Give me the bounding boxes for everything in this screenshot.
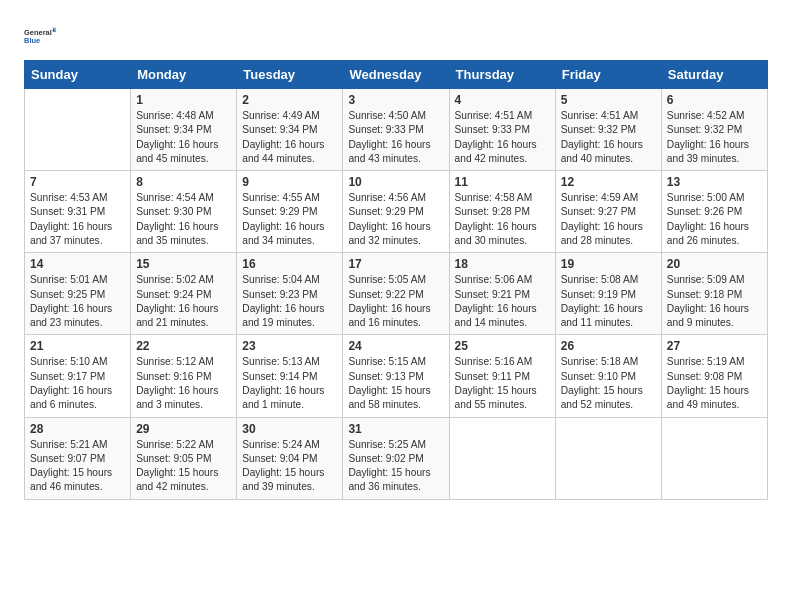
- day-number: 18: [455, 257, 550, 271]
- day-number: 5: [561, 93, 656, 107]
- day-info: Sunrise: 5:00 AMSunset: 9:26 PMDaylight:…: [667, 191, 762, 248]
- day-number: 27: [667, 339, 762, 353]
- calendar-cell: 26Sunrise: 5:18 AMSunset: 9:10 PMDayligh…: [555, 335, 661, 417]
- calendar-cell: 16Sunrise: 5:04 AMSunset: 9:23 PMDayligh…: [237, 253, 343, 335]
- svg-text:Blue: Blue: [24, 36, 40, 45]
- day-number: 9: [242, 175, 337, 189]
- day-number: 7: [30, 175, 125, 189]
- calendar-cell: 8Sunrise: 4:54 AMSunset: 9:30 PMDaylight…: [131, 171, 237, 253]
- day-number: 12: [561, 175, 656, 189]
- day-info: Sunrise: 5:04 AMSunset: 9:23 PMDaylight:…: [242, 273, 337, 330]
- day-info: Sunrise: 4:51 AMSunset: 9:33 PMDaylight:…: [455, 109, 550, 166]
- day-info: Sunrise: 4:53 AMSunset: 9:31 PMDaylight:…: [30, 191, 125, 248]
- logo: General Blue: [24, 20, 56, 52]
- day-number: 26: [561, 339, 656, 353]
- calendar-cell: 29Sunrise: 5:22 AMSunset: 9:05 PMDayligh…: [131, 417, 237, 499]
- calendar-cell: 9Sunrise: 4:55 AMSunset: 9:29 PMDaylight…: [237, 171, 343, 253]
- day-info: Sunrise: 4:55 AMSunset: 9:29 PMDaylight:…: [242, 191, 337, 248]
- calendar-cell: 23Sunrise: 5:13 AMSunset: 9:14 PMDayligh…: [237, 335, 343, 417]
- day-number: 13: [667, 175, 762, 189]
- weekday-header-monday: Monday: [131, 61, 237, 89]
- weekday-header-friday: Friday: [555, 61, 661, 89]
- calendar-cell: 6Sunrise: 4:52 AMSunset: 9:32 PMDaylight…: [661, 89, 767, 171]
- day-number: 25: [455, 339, 550, 353]
- day-number: 28: [30, 422, 125, 436]
- calendar-week-row: 28Sunrise: 5:21 AMSunset: 9:07 PMDayligh…: [25, 417, 768, 499]
- calendar-cell: 31Sunrise: 5:25 AMSunset: 9:02 PMDayligh…: [343, 417, 449, 499]
- svg-text:General: General: [24, 28, 52, 37]
- day-number: 20: [667, 257, 762, 271]
- day-info: Sunrise: 5:19 AMSunset: 9:08 PMDaylight:…: [667, 355, 762, 412]
- day-info: Sunrise: 4:52 AMSunset: 9:32 PMDaylight:…: [667, 109, 762, 166]
- day-number: 31: [348, 422, 443, 436]
- day-number: 21: [30, 339, 125, 353]
- day-number: 29: [136, 422, 231, 436]
- calendar-cell: 2Sunrise: 4:49 AMSunset: 9:34 PMDaylight…: [237, 89, 343, 171]
- day-number: 2: [242, 93, 337, 107]
- calendar-cell: 11Sunrise: 4:58 AMSunset: 9:28 PMDayligh…: [449, 171, 555, 253]
- weekday-header-row: SundayMondayTuesdayWednesdayThursdayFrid…: [25, 61, 768, 89]
- day-number: 11: [455, 175, 550, 189]
- day-info: Sunrise: 4:50 AMSunset: 9:33 PMDaylight:…: [348, 109, 443, 166]
- weekday-header-saturday: Saturday: [661, 61, 767, 89]
- day-info: Sunrise: 4:48 AMSunset: 9:34 PMDaylight:…: [136, 109, 231, 166]
- day-number: 23: [242, 339, 337, 353]
- calendar-cell: 20Sunrise: 5:09 AMSunset: 9:18 PMDayligh…: [661, 253, 767, 335]
- day-number: 4: [455, 93, 550, 107]
- day-info: Sunrise: 5:18 AMSunset: 9:10 PMDaylight:…: [561, 355, 656, 412]
- day-number: 22: [136, 339, 231, 353]
- calendar-cell: 24Sunrise: 5:15 AMSunset: 9:13 PMDayligh…: [343, 335, 449, 417]
- page-header: General Blue: [24, 20, 768, 52]
- day-number: 16: [242, 257, 337, 271]
- calendar-cell: 19Sunrise: 5:08 AMSunset: 9:19 PMDayligh…: [555, 253, 661, 335]
- day-info: Sunrise: 5:21 AMSunset: 9:07 PMDaylight:…: [30, 438, 125, 495]
- weekday-header-sunday: Sunday: [25, 61, 131, 89]
- day-info: Sunrise: 4:49 AMSunset: 9:34 PMDaylight:…: [242, 109, 337, 166]
- day-number: 30: [242, 422, 337, 436]
- day-info: Sunrise: 5:02 AMSunset: 9:24 PMDaylight:…: [136, 273, 231, 330]
- calendar-cell: 3Sunrise: 4:50 AMSunset: 9:33 PMDaylight…: [343, 89, 449, 171]
- day-number: 8: [136, 175, 231, 189]
- calendar-week-row: 14Sunrise: 5:01 AMSunset: 9:25 PMDayligh…: [25, 253, 768, 335]
- day-info: Sunrise: 5:09 AMSunset: 9:18 PMDaylight:…: [667, 273, 762, 330]
- calendar-cell: 30Sunrise: 5:24 AMSunset: 9:04 PMDayligh…: [237, 417, 343, 499]
- weekday-header-tuesday: Tuesday: [237, 61, 343, 89]
- day-info: Sunrise: 5:24 AMSunset: 9:04 PMDaylight:…: [242, 438, 337, 495]
- calendar-cell: 1Sunrise: 4:48 AMSunset: 9:34 PMDaylight…: [131, 89, 237, 171]
- calendar-cell: 18Sunrise: 5:06 AMSunset: 9:21 PMDayligh…: [449, 253, 555, 335]
- day-number: 24: [348, 339, 443, 353]
- day-info: Sunrise: 5:06 AMSunset: 9:21 PMDaylight:…: [455, 273, 550, 330]
- day-number: 19: [561, 257, 656, 271]
- calendar-week-row: 21Sunrise: 5:10 AMSunset: 9:17 PMDayligh…: [25, 335, 768, 417]
- weekday-header-wednesday: Wednesday: [343, 61, 449, 89]
- day-info: Sunrise: 4:56 AMSunset: 9:29 PMDaylight:…: [348, 191, 443, 248]
- calendar-cell: 17Sunrise: 5:05 AMSunset: 9:22 PMDayligh…: [343, 253, 449, 335]
- calendar-cell: [449, 417, 555, 499]
- day-number: 1: [136, 93, 231, 107]
- logo-svg: General Blue: [24, 20, 56, 52]
- day-number: 17: [348, 257, 443, 271]
- calendar-cell: 22Sunrise: 5:12 AMSunset: 9:16 PMDayligh…: [131, 335, 237, 417]
- day-info: Sunrise: 5:15 AMSunset: 9:13 PMDaylight:…: [348, 355, 443, 412]
- calendar-cell: 5Sunrise: 4:51 AMSunset: 9:32 PMDaylight…: [555, 89, 661, 171]
- calendar-cell: 13Sunrise: 5:00 AMSunset: 9:26 PMDayligh…: [661, 171, 767, 253]
- calendar-cell: [661, 417, 767, 499]
- day-info: Sunrise: 5:01 AMSunset: 9:25 PMDaylight:…: [30, 273, 125, 330]
- calendar-cell: 15Sunrise: 5:02 AMSunset: 9:24 PMDayligh…: [131, 253, 237, 335]
- calendar-week-row: 1Sunrise: 4:48 AMSunset: 9:34 PMDaylight…: [25, 89, 768, 171]
- calendar-cell: 4Sunrise: 4:51 AMSunset: 9:33 PMDaylight…: [449, 89, 555, 171]
- day-info: Sunrise: 5:25 AMSunset: 9:02 PMDaylight:…: [348, 438, 443, 495]
- day-info: Sunrise: 4:51 AMSunset: 9:32 PMDaylight:…: [561, 109, 656, 166]
- calendar-cell: 7Sunrise: 4:53 AMSunset: 9:31 PMDaylight…: [25, 171, 131, 253]
- day-info: Sunrise: 4:59 AMSunset: 9:27 PMDaylight:…: [561, 191, 656, 248]
- calendar-cell: 28Sunrise: 5:21 AMSunset: 9:07 PMDayligh…: [25, 417, 131, 499]
- calendar-cell: 21Sunrise: 5:10 AMSunset: 9:17 PMDayligh…: [25, 335, 131, 417]
- day-info: Sunrise: 4:54 AMSunset: 9:30 PMDaylight:…: [136, 191, 231, 248]
- day-number: 3: [348, 93, 443, 107]
- day-info: Sunrise: 5:12 AMSunset: 9:16 PMDaylight:…: [136, 355, 231, 412]
- day-number: 10: [348, 175, 443, 189]
- calendar-table: SundayMondayTuesdayWednesdayThursdayFrid…: [24, 60, 768, 500]
- calendar-cell: 10Sunrise: 4:56 AMSunset: 9:29 PMDayligh…: [343, 171, 449, 253]
- day-number: 15: [136, 257, 231, 271]
- calendar-cell: 14Sunrise: 5:01 AMSunset: 9:25 PMDayligh…: [25, 253, 131, 335]
